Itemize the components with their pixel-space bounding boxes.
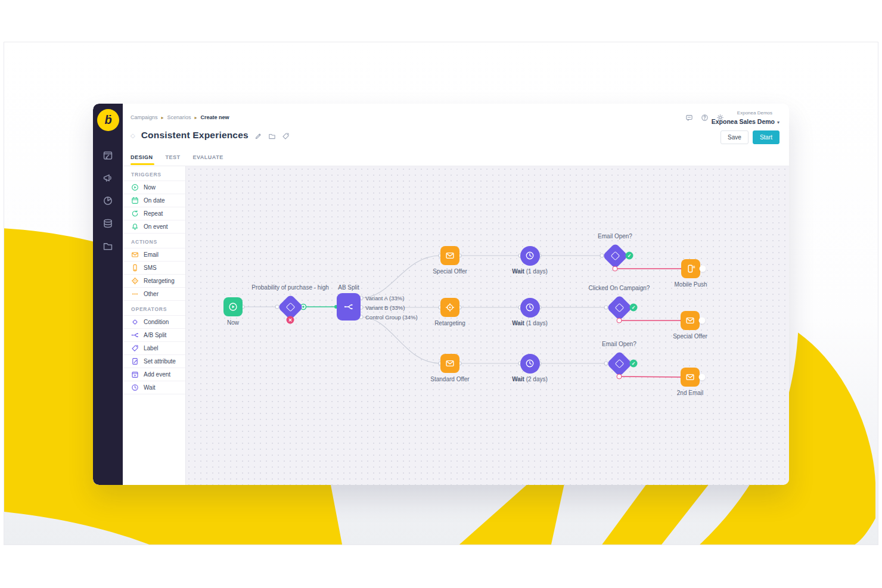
palette-item-email[interactable]: Email: [123, 248, 185, 262]
page-frame: ḃ Campaigns▸Scenarios▸Create new ◇ Consi…: [4, 42, 878, 545]
palette-item-label: Label: [144, 345, 158, 351]
palette-section-triggers: TRIGGERS: [123, 166, 185, 181]
tab-test[interactable]: TEST: [166, 154, 181, 164]
flow-node-wait-2-days[interactable]: [520, 354, 540, 374]
start-button[interactable]: Start: [753, 130, 779, 144]
mobile-icon: [686, 264, 695, 273]
breadcrumb-item[interactable]: Scenarios: [167, 114, 191, 120]
condition-diamond-icon: [614, 303, 624, 312]
palette-item-now[interactable]: Now: [123, 181, 185, 194]
tag-icon[interactable]: [282, 132, 290, 139]
palette-item-label: SMS: [144, 265, 157, 271]
palette-item-label: On date: [144, 197, 165, 204]
clock-icon: [525, 251, 535, 260]
flow-node-trigger-now[interactable]: [223, 297, 243, 316]
phone-icon: [131, 264, 139, 272]
repeat-icon: [131, 210, 139, 217]
play-icon: [131, 183, 139, 191]
flow-node-wait-1-days-a[interactable]: [520, 246, 540, 266]
palette-item-label: On event: [144, 223, 168, 230]
clock-icon: [525, 359, 535, 368]
flow-node-action-mobile-push[interactable]: [681, 259, 700, 278]
palette-item-label: Wait: [144, 384, 156, 391]
diamond-icon: [131, 318, 139, 326]
palette-item-other[interactable]: Other: [123, 288, 185, 301]
folder-icon[interactable]: [268, 132, 276, 139]
palette-item-condition[interactable]: Condition: [123, 316, 185, 329]
scenario-canvas[interactable]: NowProbability of purchase - high✕AB Spl…: [186, 166, 789, 485]
clock-icon: [525, 303, 535, 312]
data-database-icon[interactable]: [103, 218, 113, 229]
save-button[interactable]: Save: [720, 130, 749, 144]
palette-item-label[interactable]: Label: [123, 342, 185, 355]
palette-item-on-event[interactable]: On event: [123, 220, 185, 234]
palette-item-sms[interactable]: SMS: [123, 262, 185, 275]
palette-item-label: Condition: [144, 319, 169, 325]
mail-icon: [685, 316, 695, 325]
breadcrumb-item[interactable]: Campaigns: [131, 114, 158, 120]
flow-node-action-2nd-email[interactable]: [681, 368, 700, 387]
account-org: Exponea Demos: [712, 110, 772, 116]
palette-item-label: Now: [144, 184, 156, 191]
account-switcher[interactable]: Exponea Demos Exponea Sales Demo▾: [712, 110, 779, 126]
campaigns-megaphone-icon[interactable]: [103, 173, 113, 183]
palette-item-repeat[interactable]: Repeat: [123, 207, 185, 220]
attribute-icon: [131, 357, 139, 365]
split-icon: [344, 302, 353, 312]
edit-pencil-icon[interactable]: [254, 132, 262, 139]
chat-icon[interactable]: [685, 113, 693, 121]
split-icon: [131, 331, 139, 339]
breadcrumb-separator-icon: ▸: [162, 115, 164, 120]
analytics-pie-icon[interactable]: [103, 195, 113, 206]
mail-icon: [445, 251, 455, 260]
tab-evaluate[interactable]: EVALUATE: [193, 154, 223, 164]
tab-bar: DESIGNTESTEVALUATE: [131, 154, 223, 164]
target-icon: [445, 303, 455, 312]
title-row: ◇ Consistent Experiences: [131, 130, 290, 141]
palette-section-operators: OPERATORS: [123, 301, 185, 316]
palette-item-label: A/B Split: [144, 332, 166, 338]
play-icon: [228, 302, 238, 312]
breadcrumb-item[interactable]: Create new: [201, 114, 229, 120]
flow-node-action-standard-offer[interactable]: [440, 354, 459, 373]
palette-item-on-date[interactable]: On date: [123, 194, 185, 207]
projects-folder-icon[interactable]: [103, 241, 113, 251]
palette-item-retargeting[interactable]: Retargeting: [123, 275, 185, 288]
flow-node-action-special-offer-1[interactable]: [440, 246, 459, 265]
breadcrumb-separator-icon: ▸: [195, 115, 197, 120]
flow-node-wait-1-days-b[interactable]: [520, 298, 540, 318]
palette-item-label: Other: [144, 291, 159, 297]
flow-node-action-retargeting[interactable]: [440, 298, 459, 317]
help-icon[interactable]: [701, 113, 709, 121]
flow-node-ab-split[interactable]: [337, 293, 361, 321]
clock-icon: [131, 384, 139, 391]
calendar-icon: [131, 197, 139, 204]
node-palette: TRIGGERSNowOn dateRepeatOn eventACTIONSE…: [123, 166, 186, 485]
palette-item-add-event[interactable]: Add event: [123, 368, 185, 381]
tab-design[interactable]: DESIGN: [131, 154, 153, 164]
draft-status-icon: ◇: [131, 132, 135, 139]
chevron-down-icon: ▾: [777, 120, 779, 125]
bell-icon: [131, 223, 139, 231]
palette-item-label: Add event: [144, 371, 170, 378]
app-main: Campaigns▸Scenarios▸Create new ◇ Consist…: [123, 104, 789, 485]
condition-diamond-icon: [285, 302, 295, 312]
palette-item-label: Email: [144, 251, 159, 258]
palette-item-wait[interactable]: Wait: [123, 381, 185, 394]
app-sidebar: ḃ: [93, 104, 123, 485]
header-actions: Save Start: [720, 130, 779, 144]
palette-item-a-b-split[interactable]: A/B Split: [123, 329, 185, 342]
palette-item-set-attribute[interactable]: Set attribute: [123, 355, 185, 368]
brand-logo[interactable]: ḃ: [97, 109, 119, 131]
mail-icon: [685, 372, 695, 382]
condition-diamond-icon: [610, 251, 620, 260]
flow-node-action-special-offer-2[interactable]: [681, 311, 700, 330]
page-title: Consistent Experiences: [141, 130, 249, 141]
scenarios-icon[interactable]: [103, 150, 113, 161]
mail-icon: [445, 359, 455, 368]
palette-item-label: Repeat: [144, 210, 163, 217]
palette-item-label: Retargeting: [144, 278, 175, 284]
mail-icon: [131, 251, 139, 259]
condition-diamond-icon: [614, 359, 624, 368]
dots-icon: [131, 290, 139, 298]
